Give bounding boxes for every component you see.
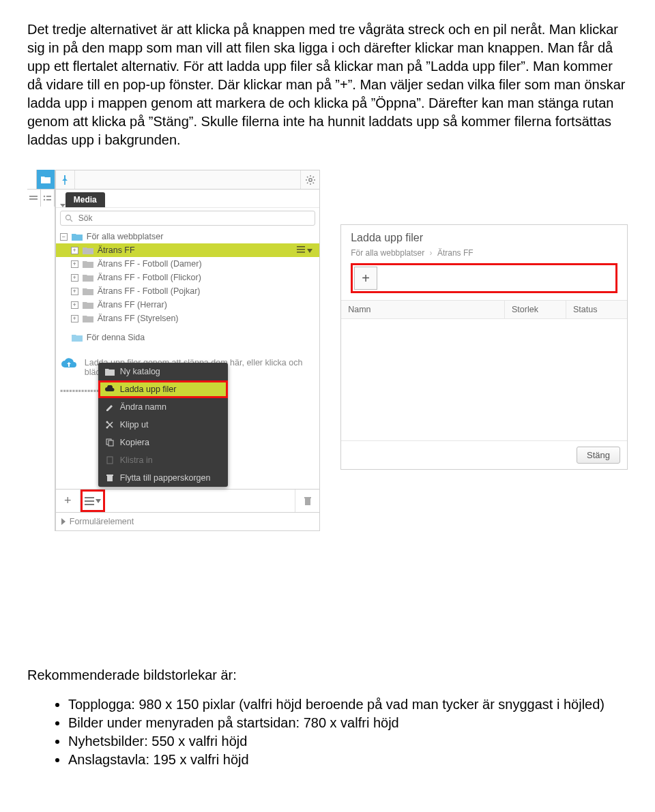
tree-item-label: Ätrans FF (Styrelsen) — [98, 314, 315, 323]
svg-rect-25 — [107, 476, 113, 481]
add-file-button[interactable]: + — [354, 267, 377, 290]
tree-item-4[interactable]: + Ätrans FF (Herrar) — [56, 298, 319, 312]
ctx-copy[interactable]: Kopiera — [98, 434, 228, 451]
pin-icon[interactable] — [56, 170, 75, 189]
svg-rect-31 — [304, 497, 311, 498]
expand-icon[interactable]: + — [71, 288, 78, 295]
hamburger-icon[interactable] — [297, 245, 312, 255]
svg-rect-29 — [85, 504, 94, 505]
tree-item-label: Ätrans FF - Fotboll (Pojkar) — [98, 286, 315, 296]
folder-plus-icon — [105, 367, 115, 376]
footer-hamburger-button[interactable] — [81, 490, 105, 512]
dialog-breadcrumb: För alla webbplatser › Ätrans FF — [341, 247, 627, 263]
ctx-trash[interactable]: Flytta till papperskorgen — [98, 469, 228, 487]
svg-point-6 — [308, 178, 311, 181]
ctx-label: Ladda upp filer — [120, 385, 177, 394]
svg-rect-26 — [106, 475, 113, 476]
tree-this-page[interactable]: För denna Sida — [56, 331, 319, 344]
ctx-label: Ny katalog — [120, 367, 160, 376]
tree-item-2[interactable]: + Ätrans FF - Fotboll (Flickor) — [56, 271, 319, 284]
dialog-body — [341, 319, 627, 440]
add-file-highlight: + — [351, 263, 617, 293]
col-status: Status — [566, 301, 627, 318]
toolbar-cell-left[interactable] — [27, 189, 41, 207]
search-field[interactable] — [77, 213, 310, 224]
gear-icon[interactable] — [300, 170, 319, 189]
svg-rect-19 — [297, 252, 305, 253]
tree-item-label: Ätrans FF — [98, 245, 293, 255]
scissors-icon — [105, 421, 115, 429]
svg-line-11 — [307, 177, 308, 177]
crumb-child[interactable]: Ätrans FF — [437, 248, 474, 258]
tree-root-label: För alla webbplatser — [87, 232, 315, 241]
svg-rect-28 — [85, 500, 94, 502]
search-input[interactable] — [60, 211, 315, 226]
form-elements-row[interactable]: Formulärelement — [56, 512, 319, 530]
expand-icon[interactable]: + — [71, 247, 78, 254]
upload-dialog: Ladda upp filer För alla webbplatser › Ä… — [340, 224, 628, 470]
chevron-down-icon[interactable] — [60, 204, 66, 207]
collapse-icon[interactable]: − — [60, 233, 68, 241]
pencil-icon — [105, 403, 115, 411]
copy-icon — [105, 438, 115, 447]
svg-point-4 — [44, 198, 46, 200]
recommend-list: Topplogga: 980 x 150 pixlar (valfri höjd… — [27, 697, 628, 768]
svg-rect-5 — [46, 199, 51, 200]
file-tab-icon[interactable] — [37, 170, 55, 189]
recommend-heading: Rekommenderade bildstorlekar är: — [27, 667, 628, 683]
tree-item-5[interactable]: + Ätrans FF (Styrelsen) — [56, 312, 319, 325]
tree-item-3[interactable]: + Ätrans FF - Fotboll (Pojkar) — [56, 284, 319, 298]
recommend-item: Bilder under menyraden på startsidan: 78… — [68, 715, 628, 731]
tree-item-0[interactable]: + Ätrans FF — [56, 243, 319, 257]
col-size: Storlek — [504, 301, 566, 318]
tree-this-page-label: För denna Sida — [87, 333, 315, 342]
expand-icon[interactable]: + — [71, 315, 78, 322]
ctx-paste: Klistra in — [98, 451, 228, 469]
footer-trash-button[interactable] — [295, 490, 319, 512]
ctx-label: Flytta till papperskorgen — [120, 473, 211, 483]
toolbar-blank — [27, 170, 37, 189]
left-toolbar-strip — [27, 170, 55, 531]
ctx-label: Klipp ut — [120, 420, 149, 430]
tree-item-label: Ätrans FF - Fotboll (Damer) — [98, 259, 315, 269]
svg-rect-17 — [297, 246, 305, 247]
tree-item-label: Ätrans FF (Herrar) — [98, 300, 315, 310]
screenshot-row: Media − För alla webbplatser + Ätrans FF — [27, 170, 628, 531]
tree-root[interactable]: − För alla webbplatser — [56, 230, 319, 243]
ctx-label: Ändra namn — [120, 402, 166, 412]
recommend-item: Anslagstavla: 195 x valfri höjd — [68, 752, 628, 768]
ctx-cut[interactable]: Klipp ut — [98, 416, 228, 434]
media-panel-footer: + — [56, 489, 319, 512]
cloud-upload-icon — [60, 358, 78, 374]
chevron-right-icon — [61, 518, 66, 525]
tree-item-1[interactable]: + Ätrans FF - Fotboll (Damer) — [56, 257, 319, 271]
search-icon — [65, 214, 73, 222]
svg-line-13 — [312, 177, 313, 177]
form-row-label: Formulärelement — [70, 517, 134, 526]
svg-rect-27 — [85, 497, 94, 498]
dialog-title: Ladda upp filer — [341, 225, 627, 247]
svg-rect-18 — [297, 249, 305, 250]
crumb-parent[interactable]: För alla webbplatser — [351, 248, 424, 258]
svg-rect-3 — [46, 196, 51, 197]
svg-rect-30 — [305, 498, 310, 505]
tree-item-label: Ätrans FF - Fotboll (Flickor) — [98, 273, 315, 282]
ctx-upload[interactable]: Ladda upp filer — [98, 380, 228, 398]
ctx-label: Klistra in — [120, 455, 153, 465]
col-name: Namn — [341, 301, 504, 318]
intro-paragraph: Det tredje alternativet är att klicka på… — [27, 20, 628, 149]
close-button[interactable]: Stäng — [577, 447, 620, 464]
expand-icon[interactable]: + — [71, 301, 78, 309]
svg-rect-23 — [108, 440, 113, 446]
context-menu: Ny katalog Ladda upp filer Ändra namn Kl… — [98, 363, 228, 487]
media-tab[interactable]: Media — [66, 192, 105, 207]
svg-rect-0 — [29, 196, 38, 197]
svg-line-12 — [312, 182, 313, 183]
ctx-rename[interactable]: Ändra namn — [98, 398, 228, 416]
footer-add-button[interactable]: + — [56, 490, 81, 512]
ctx-new-folder[interactable]: Ny katalog — [98, 363, 228, 380]
toolbar-cell-right[interactable] — [41, 189, 55, 207]
expand-icon[interactable]: + — [71, 260, 78, 268]
recommend-item: Topplogga: 980 x 150 pixlar (valfri höjd… — [68, 697, 628, 712]
expand-icon[interactable]: + — [71, 274, 78, 282]
